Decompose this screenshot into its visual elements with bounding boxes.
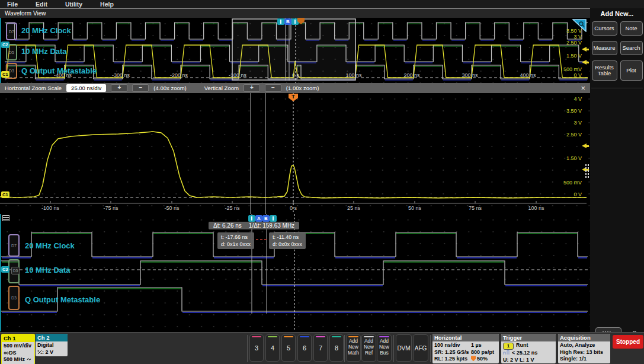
ch2-mode: Digital bbox=[37, 342, 66, 349]
time-tick: 100 ns bbox=[528, 205, 544, 211]
ch2-chip[interactable]: C2 bbox=[1, 41, 9, 48]
view-title: Waveform View bbox=[5, 10, 46, 17]
sample-rate: SR: 1.25 GS/s bbox=[434, 349, 471, 356]
data-label: 10 MHz Data bbox=[25, 266, 71, 274]
menu-help[interactable]: Help bbox=[100, 1, 114, 8]
cursor-b-data: d: 0x0x 0xxx bbox=[273, 241, 302, 248]
stopped-button[interactable]: Stopped bbox=[613, 335, 643, 349]
separator bbox=[430, 335, 431, 362]
main-waveform-panel[interactable]: T C1 4 V 3.50 V 3 V 2.50 V 1.50 V 500 mV… bbox=[0, 93, 590, 214]
data-label: 10 MHz Data bbox=[21, 47, 67, 56]
time-tick: 0 s bbox=[292, 72, 299, 78]
ch1-chip[interactable]: C1 bbox=[1, 191, 9, 198]
digital-waveforms bbox=[1, 214, 590, 331]
panel-resize-handle[interactable] bbox=[585, 164, 589, 179]
horizontal-scale: 100 ns/div bbox=[434, 342, 471, 349]
afg-button[interactable]: AFG bbox=[413, 334, 428, 362]
digital-waveform-panel[interactable]: D7 20 MHz Clock D5 10 MHz Data D3 Q Outp… bbox=[0, 214, 590, 331]
dvm-button[interactable]: DVM bbox=[396, 334, 412, 362]
separator bbox=[344, 335, 345, 362]
cursor-b-time: t: -11.40 ns bbox=[273, 234, 302, 241]
add-search-button[interactable]: Search bbox=[620, 41, 643, 55]
ch2-chip[interactable]: C2 bbox=[1, 266, 9, 273]
channel-7-button[interactable]: 7 bbox=[313, 334, 328, 362]
add-plot-button[interactable]: Plot bbox=[620, 60, 643, 81]
menu-utility[interactable]: Utility bbox=[65, 1, 82, 8]
panel-menu-icon[interactable] bbox=[2, 215, 9, 221]
d7-badge[interactable]: D7 bbox=[8, 234, 20, 257]
channel-6-button[interactable]: 6 bbox=[297, 334, 312, 362]
horizontal-position: 50% bbox=[477, 356, 488, 362]
cursor-delta-readout: Δt: 6.26 ns 1/Δt: 159.63 MHz bbox=[209, 222, 299, 229]
cursor-a-time: t: -17.66 ns bbox=[221, 234, 251, 241]
add-new-bus-button[interactable]: Add New Bus bbox=[377, 334, 392, 362]
time-tick: -200 ns bbox=[170, 72, 188, 78]
v-zoom-minus-button[interactable]: − bbox=[265, 84, 281, 92]
volt-tick: 2.50 V bbox=[566, 40, 582, 46]
trigger-level-lower-arrow[interactable] bbox=[582, 60, 589, 65]
cursor-b-chip[interactable]: B bbox=[262, 215, 270, 222]
volt-tick: 3 V bbox=[573, 120, 582, 126]
ch1-name: Ch 1 bbox=[2, 334, 34, 342]
horizontal-badge[interactable]: Horizontal 100 ns/div1 µs SR: 1.25 GS/s8… bbox=[432, 334, 499, 363]
horizontal-title: Horizontal bbox=[432, 334, 499, 341]
cursor-a-chip[interactable]: A bbox=[255, 215, 262, 222]
h-zoom-factor: (4.00x zoom) bbox=[153, 85, 186, 91]
q-label: Q Output Metastable bbox=[25, 295, 100, 304]
volt-tick: 3.50 V bbox=[566, 108, 582, 114]
h-zoom-label: Horizontal Zoom Scale bbox=[5, 85, 62, 91]
h-zoom-plus-button[interactable]: + bbox=[111, 84, 127, 92]
v-zoom-plus-button[interactable]: + bbox=[243, 84, 260, 92]
trigger-levels: U: 2 V L: 1 V bbox=[503, 357, 554, 363]
cursor-marker-icon[interactable] bbox=[248, 215, 255, 222]
volt-tick: 2.50 V bbox=[566, 132, 582, 138]
ch1-badge[interactable]: Ch 1 500 mV/div DS 500 MHz bbox=[1, 334, 35, 364]
menu-edit[interactable]: Edit bbox=[36, 1, 47, 8]
time-tick: -300 ns bbox=[112, 72, 130, 78]
horizontal-window: 1 µs bbox=[471, 342, 497, 349]
acquisition-detail: High Res: 13 bits bbox=[560, 349, 608, 356]
sidebar-divider bbox=[591, 88, 643, 88]
add-new-ref-button[interactable]: Add New Ref bbox=[361, 334, 376, 362]
time-tick: 25 ns bbox=[347, 205, 360, 211]
ch2-badge[interactable]: Ch 2 Digital : 2 V bbox=[36, 334, 68, 356]
cursor-b-chip[interactable]: B bbox=[284, 18, 291, 25]
h-zoom-minus-button[interactable]: − bbox=[132, 84, 149, 92]
add-results-table-button[interactable]: Results Table bbox=[592, 60, 617, 81]
add-measure-button[interactable]: Measure bbox=[592, 41, 617, 55]
time-tick: 50 ns bbox=[408, 205, 421, 211]
cursor-marker-icon[interactable] bbox=[270, 215, 277, 222]
trigger-badge[interactable]: Trigger 1Runt < 25.12 ns U: 2 V L: 1 V bbox=[501, 334, 556, 363]
trigger-level-upper-arrow[interactable] bbox=[582, 143, 589, 148]
close-icon[interactable]: × bbox=[581, 84, 585, 92]
menu-file[interactable]: File bbox=[7, 1, 18, 8]
runt-icon bbox=[503, 350, 510, 355]
trigger-level-upper-arrow[interactable] bbox=[582, 47, 589, 52]
acquisition-mode: Auto, Analyze bbox=[560, 342, 608, 349]
d3-badge[interactable]: D3 bbox=[8, 286, 20, 310]
add-note-button[interactable]: Note bbox=[620, 21, 643, 36]
d7-badge[interactable]: D7 bbox=[6, 23, 17, 40]
trigger-condition: < 25.12 ns bbox=[512, 350, 537, 356]
acquisition-badge[interactable]: Acquisition Auto, Analyze High Res: 13 b… bbox=[558, 334, 610, 363]
view-title-bar: Waveform View bbox=[0, 8, 590, 18]
volt-tick: 1.50 V bbox=[566, 155, 582, 161]
trigger-type: Runt bbox=[516, 342, 528, 348]
add-new-sidebar: Add New... Cursors Note Measure Search R… bbox=[590, 8, 644, 332]
ch1-chip[interactable]: C1 bbox=[1, 71, 9, 78]
menu-bar: File Edit Utility Help bbox=[0, 0, 644, 8]
zoom-scale-bar: Horizontal Zoom Scale 25.00 ns/div + − (… bbox=[0, 83, 590, 93]
main-waveform bbox=[0, 93, 590, 214]
add-cursors-button[interactable]: Cursors bbox=[592, 21, 617, 36]
channel-5-button[interactable]: 5 bbox=[281, 334, 296, 362]
cursor-marker-icon[interactable] bbox=[277, 18, 284, 25]
overview-panel[interactable]: D7 20 MHz Clock D5 10 MHz Data D3 Q Outp… bbox=[0, 18, 590, 83]
separator bbox=[247, 335, 248, 362]
time-tick: -75 ns bbox=[103, 205, 118, 211]
channel-3-button[interactable]: 3 bbox=[249, 334, 264, 362]
h-zoom-value[interactable]: 25.00 ns/div bbox=[66, 84, 106, 92]
add-new-math-button[interactable]: Add New Math bbox=[346, 334, 361, 362]
channel-4-button[interactable]: 4 bbox=[265, 334, 280, 362]
channel-8-button[interactable]: 8 bbox=[329, 334, 344, 362]
acquisition-count: Single: 1/1 bbox=[560, 356, 608, 363]
